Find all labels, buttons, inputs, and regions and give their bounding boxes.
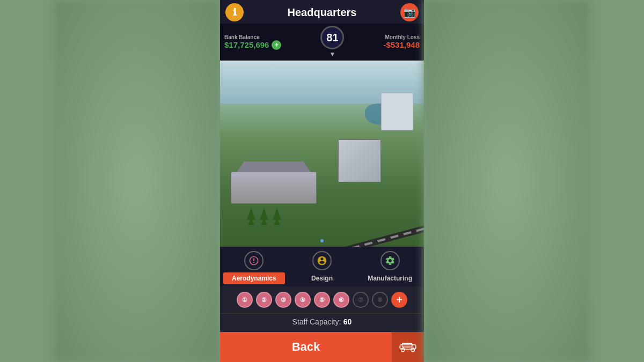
- research-dot-4[interactable]: ④: [295, 292, 311, 308]
- top-bar: ℹ Headquarters 📷: [220, 0, 424, 24]
- bank-value: $17,725,696: [224, 40, 269, 49]
- svg-point-2: [401, 348, 405, 352]
- tabs-section: Aerodynamics Design Manufacturing: [220, 247, 424, 286]
- terrain: [220, 61, 424, 247]
- staff-value: 60: [343, 317, 352, 326]
- back-icon-area: [392, 332, 424, 362]
- tree-3: [273, 208, 281, 220]
- add-research-button[interactable]: +: [391, 292, 407, 308]
- aerodynamics-icon: [248, 255, 259, 266]
- level-number: 81: [326, 32, 338, 44]
- bank-value-row: $17,725,696 +: [224, 40, 281, 50]
- manufacturing-icon-circle: [380, 251, 400, 270]
- building-main: [231, 172, 317, 204]
- tree-2: [260, 208, 268, 220]
- monthly-loss-section: Monthly Loss -$531,948: [383, 34, 420, 49]
- game-view[interactable]: [220, 61, 424, 247]
- info-button[interactable]: ℹ: [225, 3, 244, 21]
- page-title: Headquarters: [244, 6, 400, 19]
- svg-point-3: [411, 348, 415, 352]
- tab-aerodynamics[interactable]: Aerodynamics: [220, 251, 288, 286]
- research-dot-7[interactable]: ⑦: [353, 292, 369, 308]
- aerodynamics-icon-circle: [244, 251, 264, 270]
- building-small: [338, 139, 381, 182]
- back-label: Back: [292, 340, 320, 354]
- camera-button[interactable]: 📷: [400, 3, 419, 21]
- tab-icons-row: Aerodynamics Design Manufacturing: [220, 247, 424, 286]
- trees-area: [247, 208, 281, 220]
- tab-manufacturing[interactable]: Manufacturing: [356, 251, 424, 286]
- left-blur-panel: [54, 0, 220, 362]
- back-button[interactable]: Back: [220, 332, 392, 362]
- chevron-down-icon[interactable]: ▼: [329, 50, 335, 58]
- manufacturing-label: Manufacturing: [359, 272, 421, 284]
- research-dot-1[interactable]: ①: [237, 292, 253, 308]
- level-badge-area: 81 ▼: [320, 26, 344, 58]
- loss-label: Monthly Loss: [385, 34, 420, 40]
- page-indicator: [320, 239, 324, 242]
- research-dot-5[interactable]: ⑤: [314, 292, 330, 308]
- loss-value: -$531,948: [383, 40, 420, 49]
- research-dot-6[interactable]: ⑥: [333, 292, 349, 308]
- road-track: [325, 224, 424, 247]
- research-row: ① ② ③ ④ ⑤ ⑥ ⑦ ⑧ +: [220, 286, 424, 313]
- building-white: [381, 93, 413, 130]
- research-dot-2[interactable]: ②: [256, 292, 272, 308]
- research-dot-8[interactable]: ⑧: [372, 292, 388, 308]
- design-label: Design: [303, 272, 341, 284]
- add-funds-button[interactable]: +: [272, 40, 281, 50]
- dot-1[interactable]: [320, 239, 324, 242]
- level-badge: 81: [320, 26, 344, 49]
- right-blur-panel: [424, 0, 590, 362]
- manufacturing-icon: [385, 255, 396, 266]
- camera-icon: 📷: [404, 6, 415, 18]
- car-schematic-icon: [399, 341, 416, 353]
- info-icon: ℹ: [233, 6, 237, 18]
- staff-capacity-row: Staff Capacity: 60: [220, 313, 424, 332]
- design-icon-circle: [312, 251, 332, 270]
- tab-design[interactable]: Design: [288, 251, 356, 286]
- bank-balance-section: Bank Balance $17,725,696 +: [224, 34, 281, 50]
- aerodynamics-label: Aerodynamics: [223, 272, 285, 284]
- stats-bar: Bank Balance $17,725,696 + 81 ▼ Monthly …: [220, 24, 424, 61]
- bank-label: Bank Balance: [224, 34, 260, 40]
- tree-1: [247, 208, 255, 220]
- staff-label: Staff Capacity:: [292, 317, 341, 326]
- back-section: Back: [220, 332, 424, 362]
- main-panel: ℹ Headquarters 📷 Bank Balance $17,725,69…: [220, 0, 424, 362]
- research-dot-3[interactable]: ③: [275, 292, 291, 308]
- design-icon: [317, 255, 327, 266]
